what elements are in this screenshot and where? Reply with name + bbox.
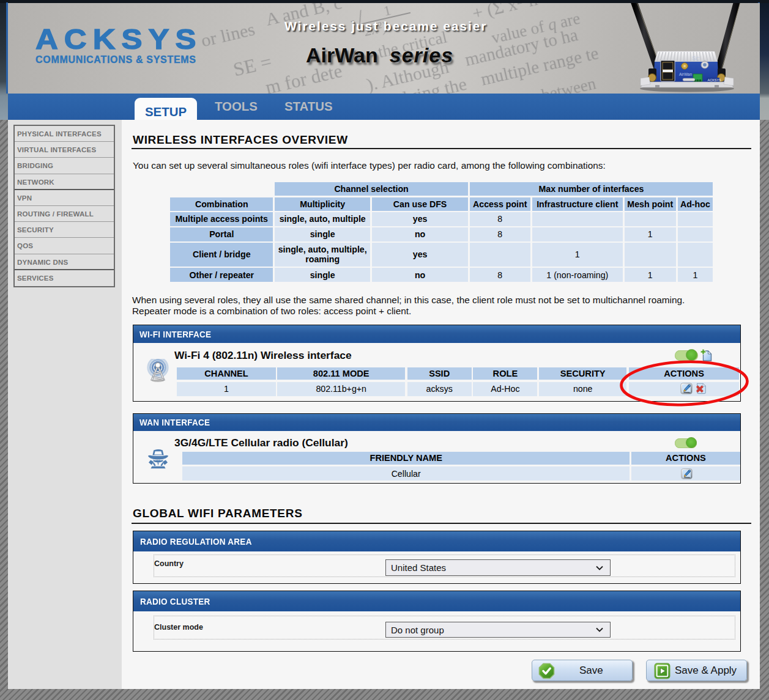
svg-text:AirWan: AirWan: [679, 72, 692, 76]
svg-text:SC: SC: [692, 55, 700, 62]
svg-text:ACKSYS: ACKSYS: [708, 78, 722, 82]
